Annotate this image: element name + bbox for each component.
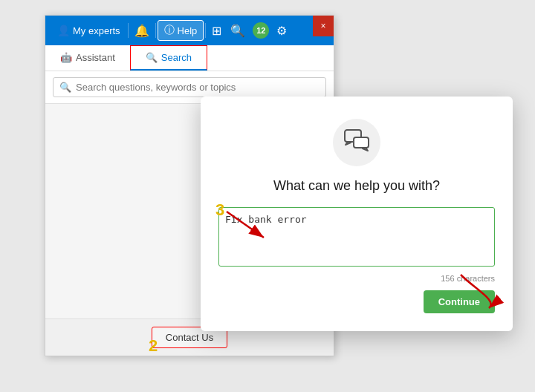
annotation-3: 3 (215, 200, 224, 220)
dialog-title: What can we help you with? (273, 178, 440, 194)
svg-rect-1 (354, 137, 369, 148)
top-nav: 👤 My experts 🔔 ⓘ Help ⊞ 🔍 12 ⚙ × (45, 16, 334, 45)
grid-icon[interactable]: ⊞ (207, 24, 226, 38)
dialog-footer: Continue (218, 290, 495, 313)
search-nav-icon[interactable]: 🔍 (226, 24, 250, 38)
user-icon: 👤 (57, 24, 70, 36)
dialog: What can we help you with? 156 character… (201, 97, 513, 331)
help-label: Help (178, 25, 198, 36)
nav-separator-3 (205, 23, 206, 38)
dialog-textarea-wrapper (218, 207, 495, 270)
my-experts-nav[interactable]: 👤 My experts (51, 22, 126, 39)
nav-separator (128, 23, 129, 38)
tab-assistant[interactable]: 🤖 Assistant (45, 45, 130, 71)
dialog-textarea[interactable] (218, 207, 495, 267)
assistant-icon: 🤖 (60, 52, 72, 63)
my-experts-label: My experts (73, 25, 120, 36)
help-circle-icon: ⓘ (164, 24, 175, 37)
dialog-icon-wrapper (333, 119, 380, 166)
help-nav[interactable]: ⓘ Help (158, 20, 204, 41)
settings-icon[interactable]: ⚙ (272, 24, 291, 38)
annotation-2: 2 (149, 336, 158, 356)
close-button[interactable]: × (313, 16, 334, 36)
search-tab-label: Search (161, 52, 192, 63)
search-tab-icon: 🔍 (146, 52, 158, 63)
nav-separator-2 (155, 23, 156, 38)
continue-button[interactable]: Continue (424, 290, 495, 313)
tab-search[interactable]: 🔍 Search (130, 45, 207, 71)
search-input-wrapper: 🔍 (53, 77, 326, 97)
bell-icon[interactable]: 🔔 (130, 24, 154, 38)
char-count: 156 characters (218, 274, 495, 283)
chat-icon (343, 127, 370, 159)
assistant-tab-label: Assistant (76, 52, 115, 63)
search-icon: 🔍 (59, 82, 71, 93)
notification-badge[interactable]: 12 (253, 22, 269, 39)
tab-bar: 🤖 Assistant 🔍 Search (45, 45, 334, 71)
search-input[interactable] (76, 82, 320, 93)
